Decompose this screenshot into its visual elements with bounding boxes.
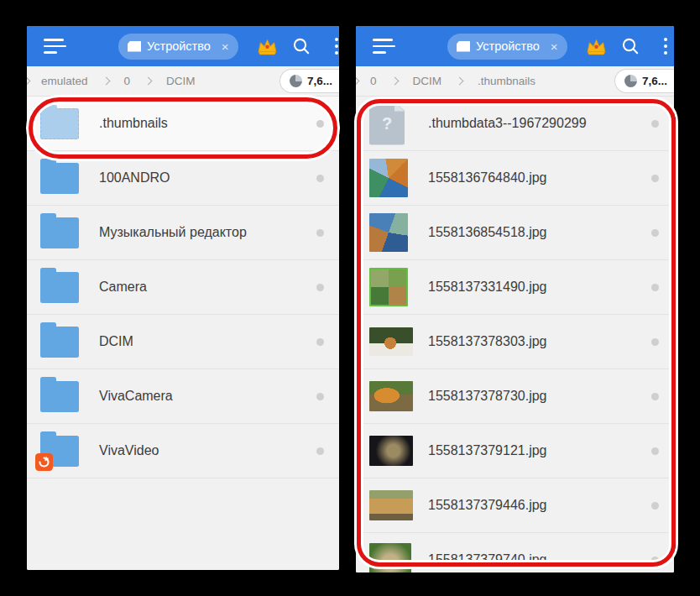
hamburger-menu-icon[interactable] <box>44 39 66 54</box>
list-item-vivacamera[interactable]: VivaCamera <box>27 369 339 424</box>
tab-device[interactable]: Устройство × <box>447 34 567 60</box>
item-name: 1558137378730.jpg <box>428 389 651 404</box>
item-name: 1558137379446.jpg <box>428 498 651 513</box>
breadcrumb-item-0[interactable]: 0 <box>367 73 380 89</box>
pie-chart-icon <box>624 75 637 87</box>
overflow-menu-icon[interactable] <box>659 36 672 56</box>
item-name: Музыкальный редактор <box>99 225 316 240</box>
chevron-right-icon <box>144 77 153 86</box>
item-more-dot[interactable] <box>651 447 659 455</box>
hidden-folder-icon <box>40 108 79 139</box>
hamburger-menu-icon[interactable] <box>373 39 395 54</box>
chevron-right-icon <box>390 77 399 86</box>
pie-chart-icon <box>290 75 302 87</box>
breadcrumb-item-emulated[interactable]: emulated <box>38 73 91 89</box>
chevron-right-icon <box>456 77 464 86</box>
item-more-dot[interactable] <box>316 393 324 400</box>
item-name: 1558136764840.jpg <box>428 170 651 186</box>
list-item-jpg[interactable]: 1558137378730.jpg <box>356 369 674 424</box>
vivavideo-badge-icon <box>35 453 53 471</box>
chevron-right-icon <box>102 77 110 86</box>
item-more-dot[interactable] <box>651 557 659 564</box>
breadcrumb-item-dcim[interactable]: DCIM <box>163 73 199 89</box>
breadcrumb-item-0[interactable]: 0 <box>121 73 134 89</box>
list-item-jpg[interactable]: 1558137331490.jpg <box>356 260 674 315</box>
tab-label: Устройство <box>476 39 540 53</box>
breadcrumb-item-thumbnails[interactable]: .thumbnails <box>474 73 539 89</box>
list-item-thumbnails-folder[interactable]: .thumbnails <box>27 97 339 151</box>
item-more-dot[interactable] <box>651 229 659 237</box>
breadcrumb-item-dcim[interactable]: DCIM <box>410 73 446 89</box>
breadcrumb: emulated 0 DCIM 7,6... <box>27 66 339 97</box>
list-item-jpg[interactable]: 1558137379446.jpg <box>356 478 674 533</box>
search-icon[interactable] <box>620 36 640 56</box>
folder-icon <box>40 163 79 194</box>
item-name: 1558137379740.jpg <box>428 552 651 567</box>
item-more-dot[interactable] <box>316 447 324 455</box>
list-item-jpg[interactable]: 1558137378303.jpg <box>356 315 674 369</box>
list-item-100andro[interactable]: 100ANDRO <box>27 151 339 206</box>
item-more-dot[interactable] <box>651 502 659 510</box>
thumbnail-image <box>369 381 413 411</box>
file-list: .thumbnails 100ANDRO Музыкальный редакто… <box>27 97 339 570</box>
file-list: ? .thumbdata3--1967290299 1558136764840.… <box>356 97 674 572</box>
list-item-vivavideo[interactable]: VivaVideo <box>27 424 339 478</box>
thumbnail-image <box>369 159 408 197</box>
folder-icon <box>40 381 79 412</box>
list-item-music-editor[interactable]: Музыкальный редактор <box>27 206 339 260</box>
folder-icon <box>40 327 79 358</box>
item-more-dot[interactable] <box>651 175 659 182</box>
tab-device[interactable]: Устройство × <box>118 34 238 60</box>
item-name: VivaVideo <box>99 443 316 458</box>
file-manager-screen-right: Устройство × 0 DCIM .thumbnails 7,6... <box>356 26 674 572</box>
item-name: 1558137331490.jpg <box>428 280 651 295</box>
list-item-jpg[interactable]: 1558136854518.jpg <box>356 206 674 260</box>
chevron-right-icon <box>27 77 30 86</box>
thumbnail-image <box>369 436 413 466</box>
item-more-dot[interactable] <box>651 120 659 128</box>
breadcrumb: 0 DCIM .thumbnails 7,6... <box>356 66 674 97</box>
storage-usage-badge[interactable]: 7,6... <box>279 69 339 93</box>
sdcard-icon <box>457 41 470 52</box>
item-name: VivaCamera <box>99 389 316 404</box>
item-more-dot[interactable] <box>651 338 659 346</box>
thumbnail-image <box>369 543 411 572</box>
item-more-dot[interactable] <box>651 393 659 400</box>
list-item-camera[interactable]: Camera <box>27 260 339 315</box>
unknown-file-icon: ? <box>369 102 405 145</box>
item-name: .thumbnails <box>99 116 316 131</box>
search-icon[interactable] <box>291 36 311 56</box>
thumbnail-image <box>369 490 413 520</box>
thumbnail-image <box>369 268 408 306</box>
item-more-dot[interactable] <box>651 284 659 291</box>
chevron-right-icon <box>356 77 359 86</box>
app-header: Устройство × <box>27 26 339 66</box>
storage-usage-badge[interactable]: 7,6... <box>614 69 674 93</box>
item-name: 1558137379121.jpg <box>428 443 651 458</box>
list-item-jpg[interactable]: 1558137379740.jpg <box>356 533 674 572</box>
storage-free-label: 7,6... <box>642 75 667 87</box>
item-more-dot[interactable] <box>316 175 324 182</box>
premium-crown-icon[interactable] <box>586 37 607 56</box>
file-manager-screen-left: Устройство × emulated 0 DCIM 7,6... <box>27 26 339 570</box>
item-name: 1558137378303.jpg <box>428 334 651 349</box>
list-item-jpg[interactable]: 1558137379121.jpg <box>356 424 674 478</box>
folder-icon <box>40 272 79 303</box>
overflow-menu-icon[interactable] <box>330 36 339 56</box>
folder-icon <box>40 217 79 248</box>
premium-crown-icon[interactable] <box>257 37 278 56</box>
list-item-dcim[interactable]: DCIM <box>27 315 339 369</box>
tab-close-icon[interactable]: × <box>222 40 229 53</box>
item-name: DCIM <box>99 334 316 349</box>
folder-icon <box>40 436 79 467</box>
thumbnail-image <box>369 327 413 356</box>
list-item-jpg[interactable]: 1558136764840.jpg <box>356 151 674 206</box>
tab-close-icon[interactable]: × <box>551 40 558 53</box>
item-name: 1558136854518.jpg <box>428 225 651 240</box>
item-more-dot[interactable] <box>316 338 324 346</box>
item-more-dot[interactable] <box>316 284 324 291</box>
item-more-dot[interactable] <box>316 120 324 128</box>
item-more-dot[interactable] <box>316 229 324 237</box>
list-item-thumbdata[interactable]: ? .thumbdata3--1967290299 <box>356 97 674 151</box>
app-header: Устройство × <box>356 26 674 66</box>
